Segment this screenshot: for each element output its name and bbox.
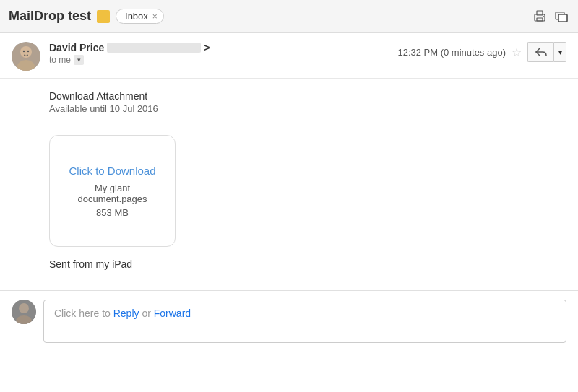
reply-avatar [12,300,36,324]
file-size: 853 MB [96,207,129,218]
reply-area: Click here to Reply or Forward [0,290,578,352]
star-icon[interactable]: ☆ [512,45,522,59]
reply-button[interactable] [527,42,553,62]
svg-rect-5 [558,14,567,22]
reply-input[interactable]: Click here to Reply or Forward [43,300,566,343]
body-divider [49,123,566,123]
svg-rect-2 [537,18,543,21]
available-until: Available until 10 Jul 2016 [49,103,566,114]
sender-bracket-close: > [204,42,210,53]
more-actions-button[interactable]: ▾ [553,42,566,62]
recipient-label: to me [49,55,71,65]
download-box[interactable]: Click to Download My giant document.page… [49,135,176,247]
app-header: MailDrop test Inbox × [0,0,578,33]
reply-prompt-prefix: Click here to [54,308,113,319]
file-name: My giant document.pages [61,183,163,204]
email-header: David Price > to me ▾ 12:32 PM (0 minute… [0,33,578,79]
print-icon[interactable] [532,9,548,25]
recipient-dropdown[interactable]: ▾ [74,55,84,65]
tab-label: Inbox [125,11,148,22]
sender-name: David Price [49,42,104,53]
sender-name-row: David Price > [49,42,397,53]
svg-point-3 [543,16,544,17]
sender-email-blurred [107,43,201,53]
email-meta: 12:32 PM (0 minutes ago) ☆ ▾ [397,42,566,62]
sender-info: David Price > to me ▾ [49,42,397,65]
tab-close-button[interactable]: × [152,12,158,21]
email-signature: Sent from my iPad [49,258,566,270]
reply-link[interactable]: Reply [113,308,139,319]
sender-avatar [12,42,40,71]
header-actions [532,9,569,25]
reply-actions: ▾ [527,42,566,62]
email-body: Download Attachment Available until 10 J… [0,79,578,287]
svg-point-11 [27,51,29,52]
download-link[interactable]: Click to Download [69,165,155,177]
download-header: Download Attachment [49,90,566,102]
label-icon [97,10,110,23]
svg-point-10 [23,51,25,52]
svg-point-13 [19,303,29,313]
recipient-row: to me ▾ [49,55,397,65]
forward-link[interactable]: Forward [154,308,191,319]
app-title: MailDrop test [9,9,91,24]
popout-icon[interactable] [553,9,569,25]
inbox-tab[interactable]: Inbox × [116,9,164,24]
reply-or-text: or [139,308,154,319]
email-timestamp: 12:32 PM (0 minutes ago) [397,47,506,58]
